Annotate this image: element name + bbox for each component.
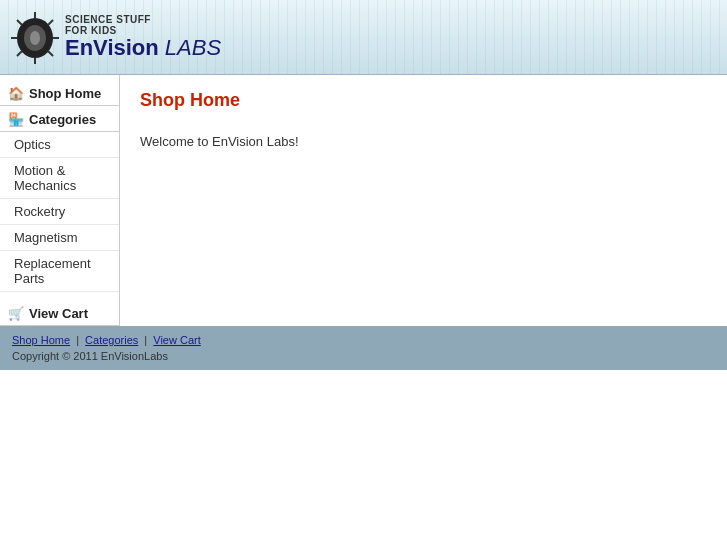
sidebar-item-magnetism[interactable]: Magnetism	[0, 225, 119, 251]
footer-sep-1: |	[76, 334, 79, 346]
welcome-message: Welcome to EnVision Labs!	[140, 134, 707, 149]
sidebar-categories[interactable]: 🏪 Categories	[0, 106, 119, 132]
sidebar-shop-home[interactable]: 🏠 Shop Home	[0, 80, 119, 106]
footer-copyright: Copyright © 2011 EnVisionLabs	[12, 350, 715, 362]
svg-line-9	[17, 51, 22, 56]
sidebar-item-replacement-parts[interactable]: Replacement Parts	[0, 251, 119, 292]
footer-link-shop-home[interactable]: Shop Home	[12, 334, 70, 346]
sidebar-item-rocketry[interactable]: Rocketry	[0, 199, 119, 225]
content-area: Shop Home Welcome to EnVision Labs!	[120, 75, 727, 326]
sidebar-view-cart-label: View Cart	[29, 306, 88, 321]
main-wrapper: 🏠 Shop Home 🏪 Categories Optics Motion &…	[0, 75, 727, 326]
svg-line-7	[17, 20, 22, 25]
svg-line-8	[48, 20, 53, 25]
footer-sep-2: |	[144, 334, 147, 346]
footer: Shop Home | Categories | View Cart Copyr…	[0, 326, 727, 370]
svg-line-10	[48, 51, 53, 56]
logo-area: Science Stuff For Kids EnVision LABS	[10, 10, 221, 65]
page-title: Shop Home	[140, 90, 707, 116]
footer-links: Shop Home | Categories | View Cart	[12, 334, 715, 346]
logo-envision-labs: EnVision LABS	[65, 36, 221, 60]
categories-icon: 🏪	[8, 112, 24, 127]
svg-point-2	[30, 31, 40, 45]
sidebar: 🏠 Shop Home 🏪 Categories Optics Motion &…	[0, 75, 120, 326]
header: Science Stuff For Kids EnVision LABS	[0, 0, 727, 75]
sidebar-categories-label: Categories	[29, 112, 96, 127]
footer-link-view-cart[interactable]: View Cart	[153, 334, 200, 346]
sidebar-item-optics[interactable]: Optics	[0, 132, 119, 158]
sidebar-item-motion[interactable]: Motion & Mechanics	[0, 158, 119, 199]
sidebar-shop-home-label: Shop Home	[29, 86, 101, 101]
view-cart-icon: 🛒	[8, 306, 24, 321]
logo-science-line1: Science Stuff	[65, 14, 221, 25]
sidebar-view-cart[interactable]: 🛒 View Cart	[0, 300, 119, 326]
shop-home-icon: 🏠	[8, 86, 24, 101]
footer-link-categories[interactable]: Categories	[85, 334, 138, 346]
logo-text: Science Stuff For Kids EnVision LABS	[65, 14, 221, 60]
logo-icon	[10, 10, 60, 65]
